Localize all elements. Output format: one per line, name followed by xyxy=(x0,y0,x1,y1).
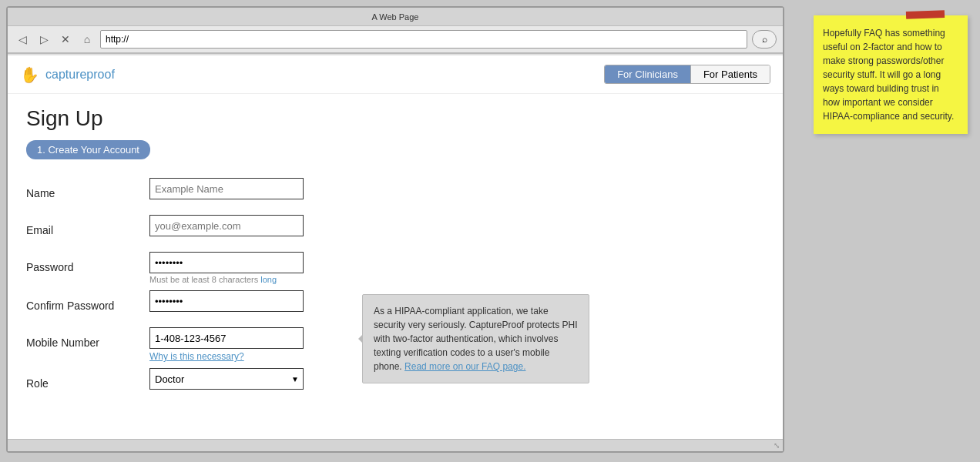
forward-button[interactable]: ▷ xyxy=(35,31,52,48)
browser-toolbar: ◁ ▷ ✕ ⌂ ⌕ xyxy=(8,26,783,54)
role-field-wrap: Doctor Nurse Patient Other ▼ xyxy=(149,365,304,393)
confirm-password-field-wrap xyxy=(149,287,304,315)
site-header: ✋ captureproof For Clinicians For Patien… xyxy=(8,55,783,94)
bottom-bar: ⤡ xyxy=(8,439,783,451)
confirm-password-input[interactable] xyxy=(149,290,304,312)
nav-tabs: For Clinicians For Patients xyxy=(604,65,770,84)
browser-title: A Web Page xyxy=(372,12,419,22)
mobile-field-wrap: Why is this necessary? xyxy=(149,324,304,365)
password-hint: Must be at least 8 characters long xyxy=(149,275,304,284)
tab-for-clinicians[interactable]: For Clinicians xyxy=(605,65,691,83)
password-field-wrap: Must be at least 8 characters long xyxy=(149,249,304,287)
confirm-password-label: Confirm Password xyxy=(26,287,149,324)
mobile-label: Mobile Number xyxy=(26,324,149,361)
search-button[interactable]: ⌕ xyxy=(752,30,777,49)
resize-handle: ⤡ xyxy=(774,441,780,450)
browser-titlebar: A Web Page xyxy=(8,8,783,26)
email-field-wrap xyxy=(149,212,304,239)
email-input[interactable] xyxy=(149,215,304,236)
name-field-wrap xyxy=(149,175,304,203)
step-badge: 1. Create Your Account xyxy=(26,140,150,159)
role-select[interactable]: Doctor Nurse Patient Other xyxy=(149,368,304,390)
home-button[interactable]: ⌂ xyxy=(79,31,96,48)
why-necessary-link[interactable]: Why is this necessary? xyxy=(149,351,304,362)
logo-text: captureproof xyxy=(45,68,115,82)
role-select-wrap: Doctor Nurse Patient Other ▼ xyxy=(149,368,304,390)
search-icon: ⌕ xyxy=(762,34,767,45)
back-button[interactable]: ◁ xyxy=(14,31,31,48)
name-input[interactable] xyxy=(149,178,304,199)
page-content: ✋ captureproof For Clinicians For Patien… xyxy=(8,55,783,439)
main-content: Sign Up 1. Create Your Account Name Emai… xyxy=(8,94,783,414)
password-label: Password xyxy=(26,249,149,286)
hipaa-tooltip: As a HIPAA-compliant application, we tak… xyxy=(362,294,589,383)
name-label: Name xyxy=(26,175,149,212)
address-bar[interactable] xyxy=(100,30,747,49)
password-input[interactable] xyxy=(149,252,304,273)
mobile-input[interactable] xyxy=(149,327,304,349)
email-label: Email xyxy=(26,212,149,249)
tab-for-patients[interactable]: For Patients xyxy=(691,65,770,83)
browser-window: A Web Page ◁ ▷ ✕ ⌂ ⌕ ✋ captureproof For … xyxy=(6,6,784,453)
role-label: Role xyxy=(26,365,149,402)
sticky-note: Hopefully FAQ has something useful on 2-… xyxy=(814,15,968,134)
logo: ✋ captureproof xyxy=(20,65,115,84)
faq-link[interactable]: Read more on our FAQ page. xyxy=(404,361,525,372)
page-title: Sign Up xyxy=(26,106,764,131)
password-hint-link: long xyxy=(260,275,277,284)
sticky-note-text: Hopefully FAQ has something useful on 2-… xyxy=(823,28,954,122)
stop-button[interactable]: ✕ xyxy=(57,31,74,48)
logo-icon: ✋ xyxy=(20,65,39,84)
